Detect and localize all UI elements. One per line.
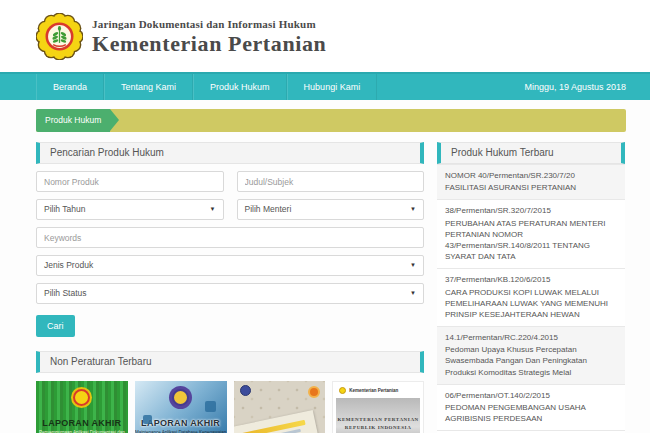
kementan-logo-icon bbox=[339, 387, 346, 394]
list-item[interactable]: 37/Permentan/KB.120/6/2015 CARA PRODUKSI… bbox=[437, 268, 625, 326]
item-number: 14.1/Permentan/RC.220/4.2015 bbox=[445, 332, 617, 343]
item-title: FASILITASI ASURANSI PERTANIAN bbox=[445, 182, 617, 193]
non-peraturan-thumbnails: LAPORAN AKHIR Penyempurnaan Aplikasi Dok… bbox=[36, 381, 424, 433]
publication-cover-3[interactable] bbox=[234, 381, 326, 433]
kementan-logo-icon bbox=[73, 389, 90, 406]
application-screenshot bbox=[234, 410, 326, 433]
chevron-down-icon: ▼ bbox=[410, 256, 416, 275]
non-peraturan-title: Non Peraturan Terbaru bbox=[36, 351, 424, 373]
search-panel-title: Pencarian Produk Hukum bbox=[36, 142, 424, 164]
agency-logo-icon bbox=[240, 385, 251, 396]
produk-hukum-list: NOMOR 40/Permentan/SR.230/7/20 FASILITAS… bbox=[437, 164, 625, 433]
jenis-produk-select[interactable]: Jenis Produk ▼ bbox=[36, 255, 424, 276]
site-header: Jaringan Dokumentasi dan Informasi Hukum… bbox=[0, 0, 650, 72]
chevron-down-icon: ▼ bbox=[410, 284, 416, 303]
photo-caption-line1: KEMENTERIAN PERTANIAN bbox=[337, 416, 418, 424]
badge-icon bbox=[308, 386, 320, 398]
photo-caption-line2: REPUBLIK INDONESIA bbox=[337, 424, 418, 432]
status-select-value: Pilih Status bbox=[44, 284, 87, 303]
list-item[interactable]: 14.1/Permentan/RC.220/4.2015 Pedoman Upa… bbox=[437, 326, 625, 384]
jenis-produk-select-value: Jenis Produk bbox=[44, 256, 93, 275]
item-title: PEDOMAN PENGEMBANGAN USAHA AGRIBISNIS PE… bbox=[445, 402, 617, 424]
nav-item-hubungi-kami[interactable]: Hubungi Kami bbox=[287, 74, 378, 100]
menteri-select[interactable]: Pilih Menteri ▼ bbox=[237, 199, 425, 220]
cover-brand: Kementerian Pertanian bbox=[349, 388, 398, 393]
chevron-down-icon: ▼ bbox=[210, 200, 216, 219]
site-title-line2: Kementerian Pertanian bbox=[92, 31, 326, 57]
main-navbar: Beranda Tentang Kami Produk Hukum Hubung… bbox=[0, 72, 650, 100]
cover-title: LAPORAN AKHIR bbox=[36, 418, 128, 428]
keywords-input[interactable] bbox=[36, 227, 424, 248]
search-form: Pilih Tahun ▼ Pilih Menteri ▼ Jenis Prod… bbox=[36, 171, 424, 337]
publication-cover-1[interactable]: LAPORAN AKHIR Penyempurnaan Aplikasi Dok… bbox=[36, 381, 128, 433]
cari-button[interactable]: Cari bbox=[36, 315, 75, 337]
building-photo: KEMENTERIAN PERTANIAN REPUBLIK INDONESIA bbox=[336, 398, 420, 433]
publication-cover-4[interactable]: Kementerian Pertanian KEMENTERIAN PERTAN… bbox=[332, 381, 424, 433]
status-select[interactable]: Pilih Status ▼ bbox=[36, 283, 424, 304]
item-number: 38/Permentan/SR.320/7/2015 bbox=[445, 205, 617, 216]
nav-item-tentang-kami[interactable]: Tentang Kami bbox=[104, 74, 193, 100]
nomor-produk-input[interactable] bbox=[36, 171, 224, 192]
judul-subjek-input[interactable] bbox=[237, 171, 425, 192]
sidebar-title: Produk Hukum Terbaru bbox=[437, 142, 625, 164]
chevron-down-icon: ▼ bbox=[410, 200, 416, 219]
main-content: Pencarian Produk Hukum Pilih Tahun ▼ Pil… bbox=[36, 142, 626, 433]
item-number: 37/Permentan/KB.120/6/2015 bbox=[445, 274, 617, 285]
left-column: Pencarian Produk Hukum Pilih Tahun ▼ Pil… bbox=[36, 142, 424, 433]
item-title: Pedoman Upaya Khusus Percepatan Swasemba… bbox=[445, 344, 617, 378]
nav-item-produk-hukum[interactable]: Produk Hukum bbox=[193, 74, 287, 100]
breadcrumb-produk-hukum[interactable]: Produk Hukum bbox=[36, 109, 110, 132]
site-title-line1: Jaringan Dokumentasi dan Informasi Hukum bbox=[92, 18, 326, 30]
breadcrumb: Produk Hukum bbox=[36, 109, 626, 132]
agency-logo-icon bbox=[172, 389, 189, 406]
list-item[interactable]: NOMOR 40/Permentan/SR.230/7/20 FASILITAS… bbox=[437, 164, 625, 199]
list-item[interactable]: 06/Permentan/OT.140/2/2015 PEDOMAN PENGE… bbox=[437, 384, 625, 431]
nav-items: Beranda Tentang Kami Produk Hukum Hubung… bbox=[36, 74, 377, 100]
publication-cover-2[interactable]: LAPORAN AKHIR Maintenance Aplikasi Datab… bbox=[135, 381, 227, 433]
item-number: 06/Permentan/OT.140/2/2015 bbox=[445, 390, 617, 401]
item-number: NOMOR 40/Permentan/SR.230/7/20 bbox=[445, 170, 617, 181]
tahun-select-value: Pilih Tahun bbox=[44, 200, 85, 219]
list-item[interactable]: 38/Permentan/SR.320/7/2015 PERUBAHAN ATA… bbox=[437, 199, 625, 268]
item-title: CARA PRODUKSI KOPI LUWAK MELALUI PEMELIH… bbox=[445, 287, 617, 321]
site-title: Jaringan Dokumentasi dan Informasi Hukum… bbox=[92, 18, 326, 57]
menteri-select-value: Pilih Menteri bbox=[245, 200, 292, 219]
item-title: PERUBAHAN ATAS PERATURAN MENTERI PERTANI… bbox=[445, 218, 617, 263]
nav-item-beranda[interactable]: Beranda bbox=[36, 74, 104, 100]
sidebar: Produk Hukum Terbaru NOMOR 40/Permentan/… bbox=[437, 142, 625, 433]
kementan-logo-icon bbox=[36, 13, 83, 60]
tahun-select[interactable]: Pilih Tahun ▼ bbox=[36, 199, 224, 220]
current-date: Minggu, 19 Agustus 2018 bbox=[524, 74, 650, 100]
